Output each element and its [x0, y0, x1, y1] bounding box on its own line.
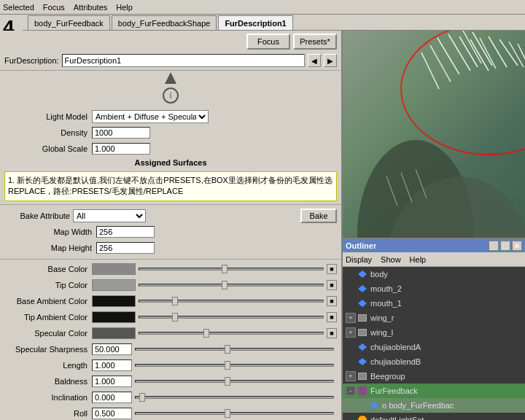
inclination-slider[interactable] — [135, 396, 334, 399]
menu-bar: Selected Focus Attributes Help — [0, 0, 525, 15]
info-icon: i — [162, 87, 179, 104]
wingr-expand[interactable]: + — [346, 313, 356, 323]
base-ambient-color-row: Base Ambient Color ■ — [0, 293, 341, 309]
base-color-label: Base Color — [4, 265, 92, 273]
outliner-item-label: FurFeedback — [370, 386, 418, 395]
mouth1-mesh-icon — [357, 298, 368, 308]
outliner-menu-help[interactable]: Help — [410, 255, 427, 264]
bake-button[interactable]: Bake — [300, 209, 337, 223]
global-scale-input[interactable] — [92, 143, 150, 155]
outliner-item-chujiaoblendb-a[interactable]: chujiaoblendA — [343, 340, 525, 354]
tip-ambient-color-label: Tip Ambient Color — [4, 313, 92, 322]
wingl-expand[interactable]: + — [346, 327, 356, 338]
roll-slider[interactable] — [135, 412, 334, 415]
svg-text:i: i — [170, 90, 172, 101]
svg-line-3 — [438, 38, 459, 74]
beegroup-expand[interactable]: + — [346, 371, 356, 381]
specular-color-slider[interactable] — [139, 332, 324, 335]
outliner-menu-display[interactable]: Display — [346, 255, 372, 264]
tip-ambient-btn[interactable]: ■ — [327, 312, 337, 322]
presets-button[interactable]: Presets* — [293, 34, 337, 50]
outliner-maximize[interactable]: □ — [500, 241, 510, 251]
base-ambient-slider[interactable] — [139, 300, 324, 303]
info-icon-row: i — [0, 85, 341, 109]
global-scale-row: Global Scale — [0, 141, 341, 157]
menu-selected[interactable]: Selected — [3, 3, 34, 12]
outliner-menu-bar: Display Show Help — [343, 252, 525, 267]
specular-color-btn[interactable]: ■ — [327, 328, 337, 338]
furfeedback-expand[interactable]: - — [346, 386, 356, 396]
specular-sharpness-slider[interactable] — [135, 348, 334, 351]
outliner-item-mouth1[interactable]: mouth_1 — [343, 296, 525, 311]
nav-next-button[interactable]: ▶ — [324, 54, 337, 67]
tab-body-furFeedbackShape[interactable]: body_FurFeedbackShape — [112, 15, 217, 30]
base-ambient-color-swatch[interactable] — [92, 295, 136, 307]
tip-color-btn[interactable]: ■ — [327, 280, 337, 290]
tab-furDescription1[interactable]: FurDescription1 — [218, 15, 292, 30]
tip-ambient-color-swatch[interactable] — [92, 311, 136, 323]
outliner-item-wingr[interactable]: + wing_r — [343, 311, 525, 325]
beegroup-layer-icon — [357, 371, 368, 381]
outliner-item-label: chujiaoblendB — [370, 357, 421, 366]
outliner-item-beegroup[interactable]: + Beegroup — [343, 369, 525, 384]
outliner-item-defaultlightset[interactable]: defaultLightSet — [343, 413, 525, 420]
assigned-surfaces-label: Assigned Surfaces — [0, 157, 341, 168]
instruction-text: 新长的毛发都是默认值,我们左键不放点击PRESETS,在BOX里选择刚才备份的毛… — [8, 176, 332, 195]
outliner-item-body[interactable]: body — [343, 267, 525, 281]
nav-prev-button[interactable]: ◀ — [308, 54, 321, 67]
map-height-row: Map Height — [4, 240, 337, 256]
light-model-dropdown[interactable]: Ambient + Diffuse + Specular — [92, 110, 209, 123]
outliner-item-label: Beegroup — [370, 372, 405, 381]
tab-body-furFeedback[interactable]: body_FurFeedback — [28, 15, 110, 30]
tip-ambient-slider[interactable] — [139, 316, 324, 319]
length-slider[interactable] — [135, 364, 334, 367]
density-input[interactable] — [92, 127, 150, 139]
base-ambient-btn[interactable]: ■ — [327, 296, 337, 306]
tip-color-slider[interactable] — [139, 284, 324, 287]
specular-color-swatch[interactable] — [92, 327, 136, 339]
tip-color-swatch[interactable] — [92, 279, 136, 291]
outliner-minimize[interactable]: _ — [489, 241, 499, 251]
global-scale-label: Global Scale — [4, 144, 92, 153]
map-width-label: Map Width — [9, 228, 96, 236]
focus-button[interactable]: Focus — [246, 34, 290, 50]
outliner-menu-show[interactable]: Show — [381, 255, 401, 264]
map-height-input[interactable] — [96, 242, 155, 254]
fur-description-input[interactable] — [62, 54, 305, 67]
body-furfeedback-icon — [369, 400, 379, 411]
properties-section: Base Color ■ Tip Color ■ Base Ambient Co… — [0, 260, 341, 420]
default-light-set-icon — [357, 415, 368, 420]
outliner-close[interactable]: × — [512, 241, 522, 251]
menu-help[interactable]: Help — [116, 3, 133, 12]
outliner-item-body-furfeedback[interactable]: o body_FurFeedbac — [343, 398, 525, 413]
chujiao-a-icon — [357, 342, 368, 352]
outliner-item-mouth2[interactable]: mouth_2 — [343, 281, 525, 296]
fur-description-label: FurDescription: — [4, 56, 59, 65]
bake-section: Bake Attribute All Bake Map Width Map He… — [0, 204, 341, 260]
specular-sharpness-input[interactable] — [92, 343, 132, 355]
base-color-btn[interactable]: ■ — [327, 264, 337, 274]
outliner-item-furfeedback[interactable]: - FurFeedback — [343, 384, 525, 398]
map-width-row: Map Width — [4, 224, 337, 240]
map-width-input[interactable] — [96, 226, 155, 238]
length-input[interactable] — [92, 359, 132, 371]
baldness-input[interactable] — [92, 376, 132, 387]
base-color-swatch[interactable] — [92, 263, 136, 275]
outliner-item-wingl[interactable]: + wing_l — [343, 325, 525, 340]
baldness-label: Baldness — [4, 377, 92, 386]
inclination-input[interactable] — [92, 392, 132, 403]
arrow-indicator — [0, 71, 341, 85]
outliner-item-chujiaoblendb-b[interactable]: chujiaoblendB — [343, 354, 525, 369]
outliner-item-label: chujiaoblendA — [370, 343, 421, 351]
light-model-row: Light Model Ambient + Diffuse + Specular — [0, 109, 341, 125]
outliner-item-label: mouth_2 — [370, 284, 402, 293]
bake-attribute-dropdown[interactable]: All — [73, 209, 146, 222]
specular-color-row: Specular Color ■ — [0, 325, 341, 341]
menu-attributes[interactable]: Attributes — [74, 3, 107, 12]
baldness-slider[interactable] — [135, 380, 334, 383]
roll-input[interactable] — [92, 408, 132, 419]
base-color-slider[interactable] — [139, 268, 324, 271]
instruction-number: 1. — [8, 176, 17, 184]
menu-focus[interactable]: Focus — [43, 3, 65, 12]
chujiao-b-icon — [357, 357, 368, 367]
